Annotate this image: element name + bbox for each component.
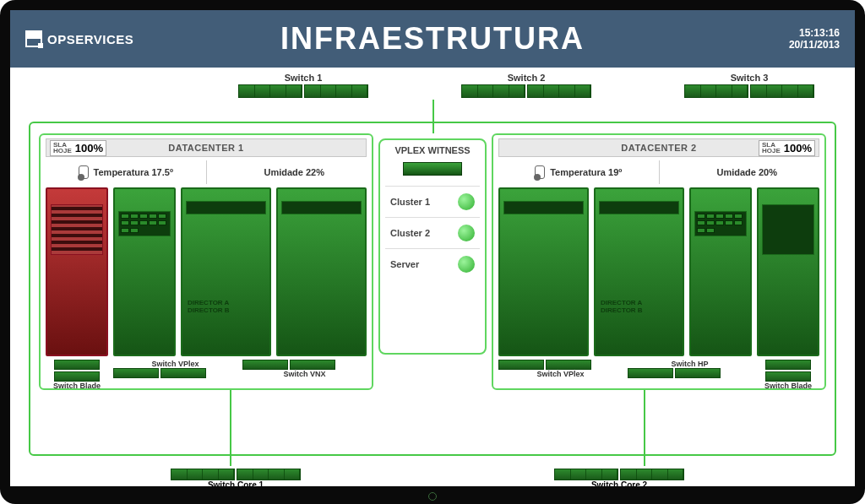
dc2-rack-hp[interactable] bbox=[689, 187, 752, 356]
switch-3-label: Switch 3 bbox=[684, 73, 814, 83]
dc2-switch-hp[interactable]: Switch HP bbox=[628, 360, 752, 378]
dc2-rack-vplex[interactable]: DIRECTOR A DIRECTOR B bbox=[594, 187, 684, 356]
switch-device-icon bbox=[290, 360, 335, 370]
rack-modules-icon bbox=[51, 204, 103, 255]
dc1-rack-blade[interactable] bbox=[46, 187, 108, 356]
dc2-switch-vplex[interactable]: Switch VPlex bbox=[498, 360, 623, 378]
witness-cluster-2: Cluster 2 bbox=[385, 217, 480, 248]
dc1-switch-blade[interactable]: Switch Blade bbox=[46, 360, 108, 390]
thermometer-icon bbox=[79, 165, 89, 179]
dc1-env: Temperatura 17.5º Umidade 22% bbox=[46, 160, 367, 184]
rack-top-icon bbox=[186, 201, 266, 214]
witness-row-label: Server bbox=[390, 259, 419, 269]
switch-device-icon bbox=[461, 84, 525, 98]
switch-2-label: Switch 2 bbox=[461, 73, 591, 83]
switch-device-icon bbox=[750, 84, 814, 98]
core-2-label: Switch Core 2 bbox=[554, 480, 684, 486]
switch-device-icon bbox=[765, 371, 811, 382]
switch-device-icon bbox=[498, 360, 544, 370]
switch-device-icon bbox=[113, 368, 159, 378]
app-header: OPSERVICES INFRAESTRUTURA 15:13:16 20/11… bbox=[10, 10, 855, 68]
clock: 15:13:16 20/11/2013 bbox=[789, 27, 840, 51]
switch-device-icon bbox=[527, 84, 591, 98]
director-a: DIRECTOR A bbox=[188, 299, 264, 306]
switch-device-icon bbox=[171, 469, 235, 480]
brand: OPSERVICES bbox=[25, 30, 133, 47]
dc1-rack-vnx[interactable] bbox=[276, 187, 367, 356]
rack-top-icon bbox=[599, 201, 679, 214]
vplex-witness[interactable]: VPLEX WITNESS Cluster 1 Cluster 2 Server bbox=[378, 138, 487, 355]
switch-device-icon bbox=[546, 360, 591, 370]
dc1-rack-vplex[interactable]: DIRECTOR A DIRECTOR B bbox=[181, 187, 271, 356]
switch-device-icon bbox=[765, 360, 811, 370]
switch-1-label: Switch 1 bbox=[238, 73, 368, 83]
dc2-rack-vnx[interactable] bbox=[498, 187, 589, 356]
switch-core-1[interactable]: Switch Core 1 bbox=[171, 469, 301, 486]
switch-3[interactable]: Switch 3 bbox=[684, 73, 814, 98]
diagram-canvas: SLA HOJE 100% DATACENTER 1 Temperatura 1… bbox=[10, 100, 855, 486]
witness-row-label: Cluster 1 bbox=[390, 197, 430, 207]
dc1-sla: SLA HOJE 100% bbox=[50, 140, 106, 156]
page-title: INFRAESTRUTURA bbox=[10, 21, 855, 57]
dc2-sub-switches: Switch VPlex Switch HP bbox=[498, 360, 819, 390]
status-dot-icon bbox=[458, 193, 475, 210]
witness-server: Server bbox=[385, 248, 480, 279]
dc2-switch-blade[interactable]: Switch Blade bbox=[757, 360, 819, 390]
connector-line bbox=[644, 390, 645, 466]
power-led-icon bbox=[428, 492, 437, 501]
monitor-frame: OPSERVICES INFRAESTRUTURA 15:13:16 20/11… bbox=[0, 0, 865, 504]
top-switch-row: Switch 1 Switch 2 Switch 3 bbox=[10, 68, 855, 100]
brand-logo-icon bbox=[25, 30, 42, 47]
dc2-sw-hp-label: Switch HP bbox=[628, 360, 752, 368]
dc1-switch-vplex[interactable]: Switch VPlex bbox=[113, 360, 237, 378]
witness-title: VPLEX WITNESS bbox=[385, 145, 480, 155]
dc1-header: SLA HOJE 100% DATACENTER 1 bbox=[46, 138, 367, 157]
dc2-humidity: Umidade 20% bbox=[659, 160, 820, 184]
switch-core-2[interactable]: Switch Core 2 bbox=[554, 469, 684, 486]
connector-line bbox=[230, 390, 231, 466]
connector-line bbox=[432, 100, 434, 133]
dc2-sla-value: 100% bbox=[784, 142, 812, 154]
dc2-directors: DIRECTOR A DIRECTOR B bbox=[601, 299, 677, 314]
thermometer-icon bbox=[535, 165, 545, 179]
dc1-switch-vnx[interactable]: Switch VNX bbox=[242, 360, 367, 378]
switch-device-icon bbox=[675, 368, 721, 378]
director-b: DIRECTOR B bbox=[188, 306, 264, 314]
switch-1[interactable]: Switch 1 bbox=[238, 73, 368, 98]
rack-top-icon bbox=[281, 201, 362, 214]
datacenter-row: SLA HOJE 100% DATACENTER 1 Temperatura 1… bbox=[39, 133, 826, 390]
sla-label-2: HOJE bbox=[53, 148, 72, 154]
switch-device-icon bbox=[237, 469, 301, 480]
status-dot-icon bbox=[458, 256, 475, 273]
switch-device-icon bbox=[684, 84, 748, 98]
server-icon bbox=[403, 162, 462, 176]
datacenter-1[interactable]: SLA HOJE 100% DATACENTER 1 Temperatura 1… bbox=[39, 133, 373, 390]
brand-rest: SERVICES bbox=[67, 32, 134, 46]
dc1-temperature: Temperatura 17.5º bbox=[46, 160, 206, 184]
dc1-sub-switches: Switch Blade Switch VPlex bbox=[46, 360, 367, 390]
datacenter-2[interactable]: DATACENTER 2 SLA HOJE 100% Tempera bbox=[492, 133, 826, 390]
dc2-racks: DIRECTOR A DIRECTOR B bbox=[498, 187, 819, 356]
dc1-rack-hp[interactable] bbox=[113, 187, 176, 356]
dc1-sw-blade-label: Switch Blade bbox=[46, 382, 108, 390]
clock-time: 15:13:16 bbox=[789, 27, 840, 39]
switch-device-icon bbox=[620, 469, 684, 480]
switch-2[interactable]: Switch 2 bbox=[461, 73, 591, 98]
witness-cluster-1: Cluster 1 bbox=[385, 186, 480, 217]
switch-device-icon bbox=[242, 360, 288, 370]
dc2-temperature: Temperatura 19º bbox=[498, 160, 659, 184]
dc1-sw-vplex-label: Switch VPlex bbox=[113, 360, 237, 368]
director-a: DIRECTOR A bbox=[601, 299, 677, 306]
dc1-directors: DIRECTOR A DIRECTOR B bbox=[188, 299, 264, 314]
dc1-racks: DIRECTOR A DIRECTOR B bbox=[46, 187, 367, 356]
dc1-humidity: Umidade 22% bbox=[206, 160, 367, 184]
dc1-sla-value: 100% bbox=[75, 142, 103, 154]
director-b: DIRECTOR B bbox=[601, 306, 677, 314]
dc2-sw-blade-label: Switch Blade bbox=[757, 382, 819, 390]
rack-modules-icon bbox=[694, 211, 747, 236]
dc1-hum-text: Umidade 22% bbox=[264, 167, 324, 177]
dc2-sw-vplex-label: Switch VPlex bbox=[498, 370, 623, 378]
rack-modules-icon bbox=[762, 204, 814, 255]
dc2-sla: SLA HOJE 100% bbox=[759, 140, 815, 156]
dc2-rack-blade[interactable] bbox=[757, 187, 819, 356]
